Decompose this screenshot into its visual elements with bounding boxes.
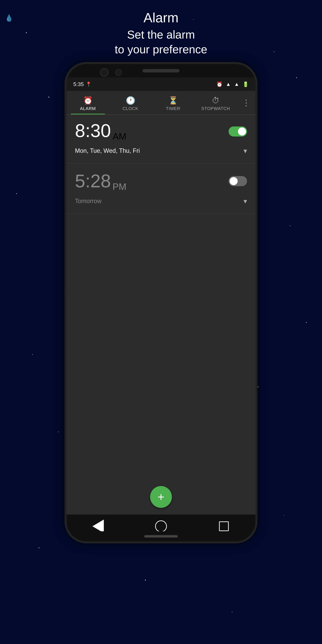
status-location-icon: 📍 (86, 82, 92, 87)
tab-stopwatch[interactable]: ⏱ STOPWATCH (194, 91, 237, 114)
header-subtitle-line1: Set the alarm (127, 28, 195, 41)
front-camera (100, 68, 108, 77)
stopwatch-tab-icon: ⏱ (212, 96, 220, 105)
alarm-1-toggle[interactable] (228, 126, 247, 136)
add-alarm-button[interactable]: + (150, 486, 172, 508)
alarm-1-time-row: 8:30AM (75, 122, 247, 142)
back-icon (92, 520, 104, 533)
recents-icon (219, 522, 229, 531)
alarm-2-schedule-row[interactable]: Tomorrow ▾ (75, 196, 247, 209)
alarm-item-2[interactable]: 5:28PM Tomorrow ▾ (66, 164, 256, 214)
tab-clock[interactable]: 🕐 CLOCK (109, 91, 152, 114)
tab-timer[interactable]: ⏳ TIMER (152, 91, 194, 114)
alarm-2-time-row: 5:28PM (75, 170, 247, 192)
home-button[interactable] (154, 520, 168, 533)
status-alarm-icon: ⏰ (216, 81, 222, 87)
back-button[interactable] (92, 520, 105, 533)
recents-button[interactable] (217, 520, 230, 533)
home-icon (155, 520, 167, 532)
app-tabs: ⏰ ALARM 🕐 CLOCK ⏳ TIMER ⏱ STOPWATCH ⋮ (66, 91, 256, 114)
alarm-2-chevron-icon: ▾ (244, 197, 247, 205)
alarm-2-schedule: Tomorrow (75, 198, 102, 204)
alarm-item-1[interactable]: 8:30AM Mon, Tue, Wed, Thu, Fri ▾ (66, 115, 256, 164)
alarm-2-toggle-knob (230, 177, 238, 185)
tab-alarm[interactable]: ⏰ ALARM (66, 91, 109, 114)
alarm-1-time: 8:30AM (75, 122, 126, 142)
status-bar: 5:35 📍 ⏰ ▲ ▲ 🔋 (66, 78, 256, 91)
alarm-2-hour: 5:28 (75, 170, 111, 191)
phone-frame: 5:35 📍 ⏰ ▲ ▲ 🔋 ⏰ ALARM 🕐 CLOCK ⏳ TIMER ⏱… (64, 62, 258, 544)
app-header: Alarm Set the alarm to your preference (0, 10, 322, 57)
alarm-2-time: 5:28PM (75, 170, 126, 192)
clock-tab-label: CLOCK (122, 106, 138, 111)
alarm-1-hour: 8:30 (75, 120, 111, 141)
status-battery-icon: 🔋 (242, 81, 249, 87)
alarm-2-toggle[interactable] (228, 176, 247, 186)
status-time: 5:35 (73, 81, 84, 88)
alarm-1-schedule-row[interactable]: Mon, Tue, Wed, Thu, Fri ▾ (75, 145, 247, 158)
timer-tab-label: TIMER (166, 106, 180, 111)
clock-tab-icon: 🕐 (126, 96, 135, 105)
header-subtitle: Set the alarm to your preference (0, 27, 322, 57)
timer-tab-icon: ⏳ (168, 96, 178, 105)
header-subtitle-line2: to your preference (115, 43, 207, 56)
add-alarm-icon: + (158, 491, 164, 503)
status-right-icons: ⏰ ▲ ▲ 🔋 (216, 81, 249, 87)
stopwatch-tab-label: STOPWATCH (201, 106, 230, 111)
status-signal-icon: ▲ (234, 81, 239, 87)
alarm-tab-icon: ⏰ (83, 96, 93, 105)
front-sensor (115, 69, 122, 76)
phone-bottom-bar (66, 531, 256, 541)
alarm-1-schedule: Mon, Tue, Wed, Thu, Fri (75, 147, 140, 154)
status-wifi-icon: ▲ (226, 81, 231, 87)
alarm-2-period: PM (112, 182, 126, 192)
alarm-tab-label: ALARM (80, 106, 96, 111)
phone-top-bar (66, 64, 256, 78)
alarm-1-period: AM (112, 131, 126, 142)
header-title: Alarm (0, 10, 322, 26)
alarm-1-chevron-icon: ▾ (244, 147, 247, 155)
alarm-1-toggle-knob (238, 128, 246, 136)
more-options-button[interactable]: ⋮ (237, 98, 256, 108)
speaker-grille (142, 69, 180, 72)
alarm-list: 8:30AM Mon, Tue, Wed, Thu, Fri ▾ 5:28PM (66, 115, 256, 514)
bottom-indicator (144, 535, 178, 538)
